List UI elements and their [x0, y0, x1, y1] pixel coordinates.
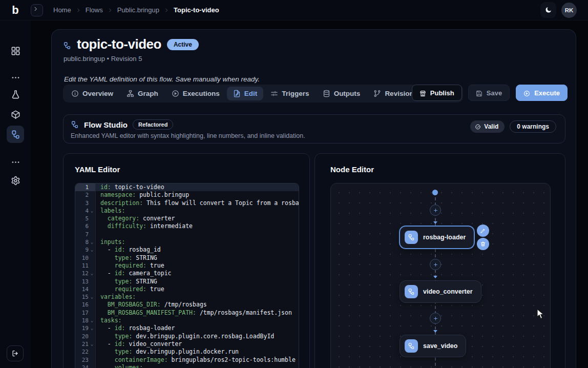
tab-executions[interactable]: Executions: [165, 87, 226, 100]
theme-toggle-button[interactable]: [540, 2, 556, 18]
node-edit-button[interactable]: [477, 224, 489, 237]
breadcrumb-item-home[interactable]: Home: [53, 6, 71, 14]
top-navbar: b HomeFlowsPublic.bringupTopic-to-video …: [0, 0, 588, 21]
tab-overview[interactable]: Overview: [65, 87, 119, 100]
brand-logo[interactable]: b: [0, 5, 31, 16]
code-line-23[interactable]: 23 containerImage: bringuplabs/ros2-topi…: [75, 356, 299, 364]
code-text: variables:: [96, 293, 299, 301]
code-text: labels:: [96, 207, 299, 215]
tab-label: Edit: [244, 90, 258, 97]
code-line-5[interactable]: 5 category: converter: [75, 215, 299, 222]
line-number: 7: [75, 231, 96, 238]
add-node-button[interactable]: [430, 313, 441, 324]
ellipsis-icon: [11, 157, 20, 167]
avatar[interactable]: RK: [561, 3, 577, 18]
sidebar-item-cube[interactable]: [7, 106, 24, 123]
code-text: required: true: [96, 262, 299, 270]
sidebar-item-ellipsis[interactable]: [7, 153, 24, 171]
code-line-10[interactable]: 10 type: STRING: [75, 254, 299, 262]
check-circle-icon: [475, 124, 481, 130]
sidebar-item-ellipsis[interactable]: [7, 69, 24, 86]
logo-letter: b: [12, 5, 18, 16]
publish-label: Publish: [430, 89, 454, 97]
sidebar-item-gear[interactable]: [7, 172, 24, 189]
code-line-14[interactable]: 14 required: true: [75, 285, 299, 293]
code-line-22[interactable]: 22 type: dev.bringup.plugin.docker.run: [75, 348, 299, 356]
code-line-11[interactable]: 11 required: true: [75, 262, 299, 270]
logout-button[interactable]: [7, 345, 24, 361]
sidebar-item-dashboard-grid[interactable]: [7, 42, 24, 59]
node-canvas[interactable]: rosbag-loadervideo_convertersave_video: [330, 183, 551, 368]
line-number: 17: [75, 309, 96, 317]
publish-button[interactable]: Publish: [412, 85, 462, 101]
add-node-button[interactable]: [430, 259, 441, 270]
code-line-9[interactable]: 9⌄ - id: rosbag_id: [75, 246, 299, 254]
main-content-card: topic-to-video Active public.bringup • R…: [51, 29, 576, 368]
tab-graph[interactable]: Graph: [120, 87, 164, 100]
code-line-3[interactable]: 3description: This flow will convert a T…: [75, 199, 299, 207]
execute-label: Execute: [534, 89, 560, 97]
code-text: required: true: [96, 285, 299, 293]
action-buttons: Publish Save Execute: [412, 85, 568, 101]
breadcrumb-item-flows[interactable]: Flows: [86, 6, 103, 14]
edge-arrow-icon: [433, 221, 437, 224]
line-number: 16: [75, 301, 96, 309]
tab-edit[interactable]: Edit: [227, 87, 264, 100]
pencil-icon: [480, 228, 486, 234]
yaml-editor-panel: YAML Editor 1id: topic-to-video2namespac…: [63, 153, 310, 368]
yaml-code[interactable]: 1id: topic-to-video2namespace: public.br…: [75, 183, 299, 368]
valid-badge: Valid: [470, 120, 505, 133]
sidebar-item-flow[interactable]: [7, 126, 24, 143]
breadcrumb-item-public-bringup[interactable]: Public.bringup: [117, 6, 159, 14]
node-delete-button[interactable]: [477, 238, 489, 250]
line-number: 6: [75, 222, 96, 230]
code-line-1[interactable]: 1id: topic-to-video: [75, 183, 299, 191]
code-line-13[interactable]: 13 type: STRING: [75, 278, 299, 285]
code-text: type: STRING: [96, 278, 299, 285]
tab-label: Triggers: [282, 90, 309, 97]
code-line-19[interactable]: 19⌄ - id: rosbag-loader: [75, 324, 299, 332]
flow-node-rosbag-loader[interactable]: rosbag-loader: [400, 226, 474, 249]
execute-button[interactable]: Execute: [516, 85, 568, 101]
database-icon: [323, 90, 330, 97]
code-line-17[interactable]: 17 BM_ROSBAGS_MANIFEST_PATH: /tmp/rosbag…: [75, 309, 299, 317]
gear-icon: [11, 176, 20, 186]
code-text: - id: rosbag_id: [96, 246, 299, 254]
sidebar-item-flask[interactable]: [7, 86, 24, 103]
code-text: category: converter: [96, 215, 299, 222]
code-line-18[interactable]: 18⌄tasks:: [75, 317, 299, 324]
code-text: type: dev.bringup.plugin.docker.run: [96, 348, 299, 356]
tab-triggers[interactable]: Triggers: [264, 87, 315, 100]
code-line-16[interactable]: 16 BM_ROSBAGS_DIR: /tmp/rosbags: [75, 301, 299, 309]
flask-icon: [11, 90, 20, 99]
chevron-right-icon: [164, 8, 169, 13]
flow-node-video_converter[interactable]: video_converter: [400, 280, 481, 303]
git-branch-icon: [373, 90, 381, 97]
play-circle-icon: [523, 90, 530, 96]
plus-icon: [433, 316, 438, 321]
code-line-7[interactable]: 7: [75, 231, 299, 238]
code-line-20[interactable]: 20 type: dev.bringup.plugin.core.rosbag.…: [75, 333, 299, 340]
code-line-24[interactable]: 24⌄ volumes:: [75, 364, 299, 368]
breadcrumb-item-topic-to-video[interactable]: Topic-to-video: [174, 6, 219, 14]
flow-studio-header: Flow Studio Refactored: [71, 119, 173, 130]
code-line-21[interactable]: 21⌄ - id: video_converter: [75, 340, 299, 348]
code-line-2[interactable]: 2namespace: public.bringup: [75, 191, 299, 199]
tab-outputs[interactable]: Outputs: [317, 87, 367, 100]
cube-icon: [11, 110, 20, 119]
line-number: 15⌄: [75, 293, 96, 301]
code-line-12[interactable]: 12⌄ - id: camera_topic: [75, 270, 299, 277]
sidebar: [0, 21, 31, 368]
flow-node-save_video[interactable]: save_video: [400, 335, 466, 357]
line-number: 22: [75, 348, 96, 356]
code-line-8[interactable]: 8⌄inputs:: [75, 238, 299, 246]
add-node-button[interactable]: [430, 205, 441, 216]
flow-icon: [63, 40, 71, 49]
ellipsis-icon: [11, 73, 20, 83]
save-button[interactable]: Save: [468, 85, 510, 101]
code-line-4[interactable]: 4⌄labels:: [75, 207, 299, 215]
code-line-15[interactable]: 15⌄variables:: [75, 293, 299, 301]
code-line-6[interactable]: 6 difficulty: intermediate: [75, 222, 299, 230]
sidebar-collapse-button[interactable]: [31, 4, 43, 16]
line-number: 12⌄: [75, 270, 96, 277]
